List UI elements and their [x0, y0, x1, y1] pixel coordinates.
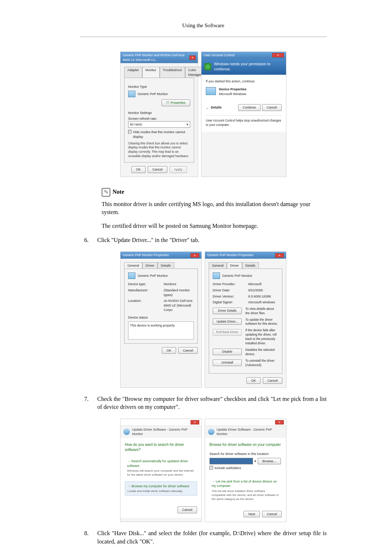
tab-general[interactable]: General [209, 262, 227, 269]
wizard-header: × [205, 419, 286, 426]
step-6: 6. Click "Update Driver..." in the "Driv… [80, 236, 327, 244]
refresh-rate-label: Screen refresh rate: [128, 116, 190, 121]
hide-modes-label: Hide modes that this monitor cannot disp… [133, 130, 190, 139]
close-icon[interactable]: × [191, 420, 199, 424]
tab-general[interactable]: General [124, 262, 142, 269]
location-label: Location: [128, 299, 161, 312]
continue-button[interactable]: Continue [238, 104, 261, 111]
tab-driver[interactable]: Driver [227, 262, 242, 269]
screenshot-row-1: Generic PnP Monitor and NVIDIA GeForce 6… [80, 52, 327, 177]
monitor-name: Generic PnP Monitor [222, 274, 252, 278]
uac-started-text: If you started this action, continue. [206, 79, 282, 84]
tab-driver[interactable]: Driver [142, 262, 158, 269]
cancel-button[interactable]: Cancel [178, 347, 198, 354]
device-status-box: This device is working properly. [128, 321, 194, 340]
include-subfolders-checkbox[interactable]: ✓ [209, 466, 213, 469]
monitor-icon [213, 272, 220, 279]
uac-banner: Windows needs your permission to contion… [201, 59, 286, 75]
update-driver-desc: To update the driver software for this d… [245, 318, 278, 327]
chevron-down-icon[interactable]: ⌄ [206, 105, 209, 110]
tab-details[interactable]: Details [242, 262, 259, 269]
cancel-button[interactable]: Cancel [262, 104, 282, 111]
arrow-icon: → [127, 459, 130, 463]
note-label: Note [113, 188, 124, 196]
arrow-icon: → [212, 480, 215, 483]
ok-button[interactable]: OK [131, 166, 146, 173]
uninstall-button[interactable]: Uninstall [213, 360, 242, 366]
dialog-title: Generic PnP Monitor Properties [123, 253, 169, 258]
step-8: 8. Click "Have Disk..." and select the f… [80, 529, 327, 546]
cancel-button[interactable]: Cancel [177, 506, 197, 513]
back-arrow-icon[interactable]: ← [123, 428, 130, 435]
wizard-option-search-auto[interactable]: → Search automatically for updated drive… [125, 457, 197, 479]
close-icon[interactable]: × [272, 53, 284, 57]
hide-modes-checkbox[interactable]: ✓ [128, 130, 131, 134]
wizard-header: × [121, 419, 201, 426]
device-type-label: Device type: [128, 282, 161, 287]
manufacturer-label: Manufacturer: [128, 288, 161, 297]
ok-button[interactable]: OK [246, 377, 261, 384]
uac-title: User Account Control [204, 53, 234, 58]
next-button[interactable]: Next [244, 511, 260, 518]
step-text: Click "Update Driver..." in the "Driver"… [97, 236, 327, 244]
tab-details[interactable]: Details [158, 262, 174, 269]
disable-desc: Disables the selected device. [245, 348, 278, 357]
browse-button[interactable]: Browse... [258, 458, 281, 465]
screenshot-row-3: × ← Update Driver Software - Generic PnP… [80, 419, 327, 522]
rollback-driver-desc: If the device fails after updating the d… [245, 328, 278, 346]
uac-dialog: User Account Control × Windows needs you… [201, 52, 286, 177]
page-header: Using the Software [80, 22, 327, 29]
apply-button[interactable]: Apply [170, 166, 187, 173]
tabs: Adapter Monitor Troubleshoot Color Manag… [124, 67, 194, 78]
dialog-titlebar: Generic PnP Monitor Properties × [205, 252, 286, 259]
step-number: 8. [80, 529, 89, 546]
location-input[interactable] [209, 458, 253, 465]
monitor-icon [128, 272, 135, 279]
close-icon[interactable]: × [189, 56, 196, 60]
search-label: Search for driver software in this locat… [209, 452, 282, 456]
breadcrumb-text: Update Driver Software - Generic PnP Mon… [132, 427, 199, 436]
wizard-option-let-me-pick[interactable]: → Let me pick from a list of device driv… [209, 477, 282, 504]
refresh-rate-dropdown[interactable]: 60 Hertz▾ [128, 121, 190, 128]
back-arrow-icon[interactable]: ← [208, 428, 215, 435]
chevron-down-icon[interactable]: ▾ [254, 459, 256, 464]
disable-button[interactable]: Disable [213, 349, 242, 355]
driver-details-desc: To view details about the driver files. [245, 307, 278, 316]
cancel-button[interactable]: Cancel [263, 377, 282, 384]
note-icon: ✎ [102, 188, 110, 197]
tab-monitor[interactable]: Monitor [142, 67, 160, 78]
ok-button[interactable]: OK [162, 347, 176, 354]
driver-details-button[interactable]: Driver Details [213, 308, 242, 314]
update-driver-button[interactable]: Update Driver... [213, 319, 242, 325]
cancel-button[interactable]: Cancel [148, 166, 167, 173]
monitor-props-general: Generic PnP Monitor Properties × General… [120, 251, 202, 388]
chevron-down-icon: ▾ [187, 122, 188, 127]
program-name: Device Properties [219, 87, 246, 92]
monitor-name: Generic PnP Monitor [138, 92, 168, 97]
tab-adapter[interactable]: Adapter [124, 67, 142, 78]
tab-troubleshoot[interactable]: Troubleshoot [160, 67, 185, 78]
location-value: on NVIDIA GeForce 6600 LE (Microsoft Cor… [164, 299, 194, 312]
wizard-option-browse[interactable]: → Browse my computer for driver software… [125, 481, 197, 496]
device-status-label: Device status [128, 315, 194, 320]
details-label[interactable]: Details [211, 105, 222, 110]
version: 6.0.6000.16386 [248, 294, 271, 299]
close-icon[interactable]: × [275, 253, 284, 258]
properties-button[interactable]: 🛡 Properties [162, 99, 190, 106]
wizard-title: Browse for driver software on your compu… [209, 442, 282, 447]
step-text: Click "Have Disk..." and select the fold… [97, 529, 327, 546]
provider: Microsoft [248, 282, 262, 287]
rollback-driver-button[interactable]: Roll Back Driver [213, 329, 242, 336]
close-icon[interactable]: × [191, 253, 199, 258]
manufacturer: (Standard monitor types) [164, 288, 194, 297]
date-label: Driver Date: [213, 288, 245, 293]
screenshot-row-2: Generic PnP Monitor Properties × General… [80, 251, 327, 388]
step-text: Check the "Browse my computer for driver… [97, 395, 327, 411]
note-paragraph-1: This monitor driver is under certifying … [102, 200, 327, 217]
shield-icon [204, 63, 211, 70]
close-icon[interactable]: × [275, 420, 284, 424]
monitor-properties-dialog: Generic PnP Monitor and NVIDIA GeForce 6… [120, 52, 198, 177]
date: 6/21/2006 [248, 288, 263, 293]
cancel-button[interactable]: Cancel [262, 511, 282, 518]
step-7: 7. Check the "Browse my computer for dri… [80, 395, 327, 411]
